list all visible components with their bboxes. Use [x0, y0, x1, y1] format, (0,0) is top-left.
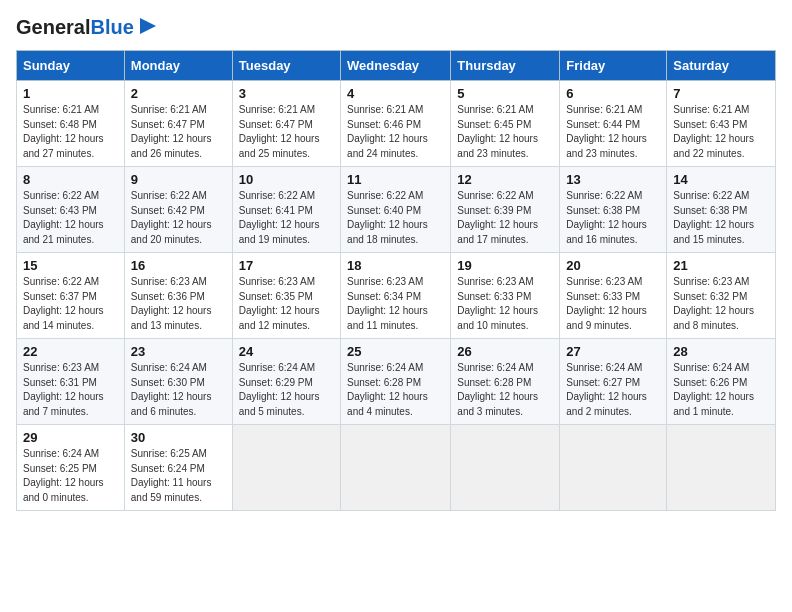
page-header: GeneralBlue: [16, 16, 776, 38]
calendar-cell: 13Sunrise: 6:22 AM Sunset: 6:38 PM Dayli…: [560, 167, 667, 253]
calendar-cell: 16Sunrise: 6:23 AM Sunset: 6:36 PM Dayli…: [124, 253, 232, 339]
calendar-cell: 5Sunrise: 6:21 AM Sunset: 6:45 PM Daylig…: [451, 81, 560, 167]
day-info: Sunrise: 6:24 AM Sunset: 6:30 PM Dayligh…: [131, 361, 226, 419]
calendar-cell: [341, 425, 451, 511]
day-of-week-header: Tuesday: [232, 51, 340, 81]
day-info: Sunrise: 6:24 AM Sunset: 6:28 PM Dayligh…: [457, 361, 553, 419]
day-info: Sunrise: 6:24 AM Sunset: 6:28 PM Dayligh…: [347, 361, 444, 419]
day-of-week-header: Wednesday: [341, 51, 451, 81]
day-number: 19: [457, 258, 553, 273]
calendar-cell: 15Sunrise: 6:22 AM Sunset: 6:37 PM Dayli…: [17, 253, 125, 339]
day-info: Sunrise: 6:21 AM Sunset: 6:47 PM Dayligh…: [239, 103, 334, 161]
day-of-week-header: Sunday: [17, 51, 125, 81]
calendar-cell: 25Sunrise: 6:24 AM Sunset: 6:28 PM Dayli…: [341, 339, 451, 425]
day-info: Sunrise: 6:22 AM Sunset: 6:41 PM Dayligh…: [239, 189, 334, 247]
day-number: 6: [566, 86, 660, 101]
day-info: Sunrise: 6:22 AM Sunset: 6:39 PM Dayligh…: [457, 189, 553, 247]
calendar-cell: 14Sunrise: 6:22 AM Sunset: 6:38 PM Dayli…: [667, 167, 776, 253]
calendar-cell: 18Sunrise: 6:23 AM Sunset: 6:34 PM Dayli…: [341, 253, 451, 339]
day-number: 28: [673, 344, 769, 359]
day-number: 27: [566, 344, 660, 359]
calendar-cell: 24Sunrise: 6:24 AM Sunset: 6:29 PM Dayli…: [232, 339, 340, 425]
day-info: Sunrise: 6:23 AM Sunset: 6:33 PM Dayligh…: [457, 275, 553, 333]
day-number: 2: [131, 86, 226, 101]
day-of-week-header: Saturday: [667, 51, 776, 81]
day-number: 29: [23, 430, 118, 445]
calendar-cell: 27Sunrise: 6:24 AM Sunset: 6:27 PM Dayli…: [560, 339, 667, 425]
calendar-cell: 26Sunrise: 6:24 AM Sunset: 6:28 PM Dayli…: [451, 339, 560, 425]
day-info: Sunrise: 6:23 AM Sunset: 6:34 PM Dayligh…: [347, 275, 444, 333]
day-info: Sunrise: 6:22 AM Sunset: 6:38 PM Dayligh…: [673, 189, 769, 247]
day-number: 4: [347, 86, 444, 101]
day-number: 3: [239, 86, 334, 101]
day-number: 18: [347, 258, 444, 273]
day-info: Sunrise: 6:24 AM Sunset: 6:29 PM Dayligh…: [239, 361, 334, 419]
day-number: 11: [347, 172, 444, 187]
day-number: 7: [673, 86, 769, 101]
day-info: Sunrise: 6:23 AM Sunset: 6:35 PM Dayligh…: [239, 275, 334, 333]
logo: GeneralBlue: [16, 16, 158, 38]
day-info: Sunrise: 6:21 AM Sunset: 6:47 PM Dayligh…: [131, 103, 226, 161]
day-info: Sunrise: 6:22 AM Sunset: 6:37 PM Dayligh…: [23, 275, 118, 333]
day-info: Sunrise: 6:21 AM Sunset: 6:43 PM Dayligh…: [673, 103, 769, 161]
calendar-cell: 1Sunrise: 6:21 AM Sunset: 6:48 PM Daylig…: [17, 81, 125, 167]
day-number: 10: [239, 172, 334, 187]
day-info: Sunrise: 6:21 AM Sunset: 6:48 PM Dayligh…: [23, 103, 118, 161]
day-number: 15: [23, 258, 118, 273]
calendar-cell: 12Sunrise: 6:22 AM Sunset: 6:39 PM Dayli…: [451, 167, 560, 253]
calendar-cell: 6Sunrise: 6:21 AM Sunset: 6:44 PM Daylig…: [560, 81, 667, 167]
calendar-cell: 21Sunrise: 6:23 AM Sunset: 6:32 PM Dayli…: [667, 253, 776, 339]
day-info: Sunrise: 6:24 AM Sunset: 6:27 PM Dayligh…: [566, 361, 660, 419]
calendar-cell: 20Sunrise: 6:23 AM Sunset: 6:33 PM Dayli…: [560, 253, 667, 339]
day-info: Sunrise: 6:22 AM Sunset: 6:40 PM Dayligh…: [347, 189, 444, 247]
calendar-cell: 29Sunrise: 6:24 AM Sunset: 6:25 PM Dayli…: [17, 425, 125, 511]
day-info: Sunrise: 6:21 AM Sunset: 6:45 PM Dayligh…: [457, 103, 553, 161]
day-info: Sunrise: 6:22 AM Sunset: 6:42 PM Dayligh…: [131, 189, 226, 247]
day-number: 8: [23, 172, 118, 187]
day-number: 17: [239, 258, 334, 273]
calendar-cell: 2Sunrise: 6:21 AM Sunset: 6:47 PM Daylig…: [124, 81, 232, 167]
day-number: 26: [457, 344, 553, 359]
day-number: 1: [23, 86, 118, 101]
calendar-cell: 4Sunrise: 6:21 AM Sunset: 6:46 PM Daylig…: [341, 81, 451, 167]
day-info: Sunrise: 6:23 AM Sunset: 6:31 PM Dayligh…: [23, 361, 118, 419]
calendar-cell: [560, 425, 667, 511]
calendar-cell: 19Sunrise: 6:23 AM Sunset: 6:33 PM Dayli…: [451, 253, 560, 339]
calendar-cell: 23Sunrise: 6:24 AM Sunset: 6:30 PM Dayli…: [124, 339, 232, 425]
calendar-cell: 10Sunrise: 6:22 AM Sunset: 6:41 PM Dayli…: [232, 167, 340, 253]
day-number: 14: [673, 172, 769, 187]
logo-flag-icon: [136, 16, 158, 38]
day-number: 13: [566, 172, 660, 187]
calendar-table: SundayMondayTuesdayWednesdayThursdayFrid…: [16, 50, 776, 511]
calendar-cell: [667, 425, 776, 511]
day-info: Sunrise: 6:23 AM Sunset: 6:32 PM Dayligh…: [673, 275, 769, 333]
day-of-week-header: Thursday: [451, 51, 560, 81]
day-number: 9: [131, 172, 226, 187]
day-info: Sunrise: 6:23 AM Sunset: 6:36 PM Dayligh…: [131, 275, 226, 333]
day-info: Sunrise: 6:22 AM Sunset: 6:38 PM Dayligh…: [566, 189, 660, 247]
day-number: 25: [347, 344, 444, 359]
calendar-cell: 28Sunrise: 6:24 AM Sunset: 6:26 PM Dayli…: [667, 339, 776, 425]
day-info: Sunrise: 6:25 AM Sunset: 6:24 PM Dayligh…: [131, 447, 226, 505]
day-info: Sunrise: 6:21 AM Sunset: 6:44 PM Dayligh…: [566, 103, 660, 161]
day-number: 24: [239, 344, 334, 359]
calendar-cell: 22Sunrise: 6:23 AM Sunset: 6:31 PM Dayli…: [17, 339, 125, 425]
calendar-cell: 30Sunrise: 6:25 AM Sunset: 6:24 PM Dayli…: [124, 425, 232, 511]
day-of-week-header: Monday: [124, 51, 232, 81]
day-info: Sunrise: 6:21 AM Sunset: 6:46 PM Dayligh…: [347, 103, 444, 161]
day-info: Sunrise: 6:23 AM Sunset: 6:33 PM Dayligh…: [566, 275, 660, 333]
day-info: Sunrise: 6:24 AM Sunset: 6:26 PM Dayligh…: [673, 361, 769, 419]
day-number: 22: [23, 344, 118, 359]
calendar-cell: [451, 425, 560, 511]
day-number: 12: [457, 172, 553, 187]
day-info: Sunrise: 6:24 AM Sunset: 6:25 PM Dayligh…: [23, 447, 118, 505]
day-number: 5: [457, 86, 553, 101]
calendar-cell: 17Sunrise: 6:23 AM Sunset: 6:35 PM Dayli…: [232, 253, 340, 339]
day-number: 16: [131, 258, 226, 273]
day-of-week-header: Friday: [560, 51, 667, 81]
calendar-cell: 11Sunrise: 6:22 AM Sunset: 6:40 PM Dayli…: [341, 167, 451, 253]
day-number: 20: [566, 258, 660, 273]
day-number: 23: [131, 344, 226, 359]
calendar-cell: 8Sunrise: 6:22 AM Sunset: 6:43 PM Daylig…: [17, 167, 125, 253]
calendar-cell: 9Sunrise: 6:22 AM Sunset: 6:42 PM Daylig…: [124, 167, 232, 253]
